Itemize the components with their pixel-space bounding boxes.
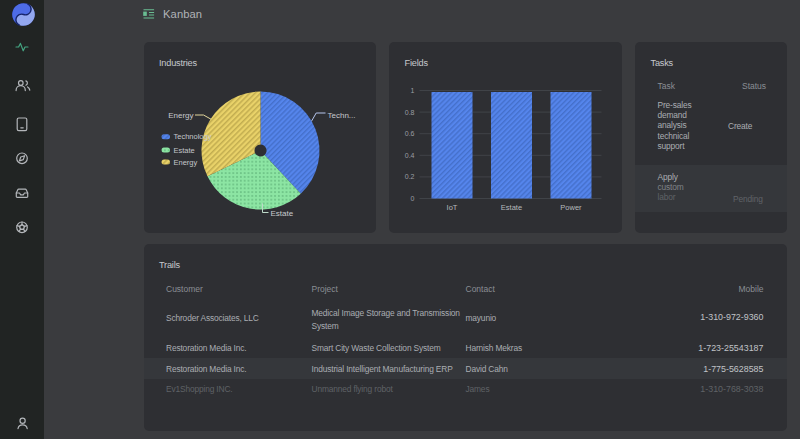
svg-text:IoT: IoT bbox=[447, 203, 458, 212]
svg-text:0.6: 0.6 bbox=[405, 130, 415, 137]
svg-text:0: 0 bbox=[411, 195, 415, 202]
svg-text:Energy: Energy bbox=[168, 111, 193, 120]
svg-text:Power: Power bbox=[560, 203, 582, 212]
svg-text:Estate: Estate bbox=[270, 208, 293, 217]
svg-text:Techn...: Techn... bbox=[327, 110, 355, 119]
svg-text:Energy: Energy bbox=[173, 157, 197, 166]
svg-text:0.8: 0.8 bbox=[405, 108, 415, 115]
svg-text:0.2: 0.2 bbox=[405, 173, 415, 180]
svg-text:Estate: Estate bbox=[501, 203, 522, 212]
svg-text:Estate: Estate bbox=[173, 145, 194, 154]
svg-text:0.4: 0.4 bbox=[405, 151, 415, 158]
svg-text:1: 1 bbox=[411, 87, 415, 94]
svg-text:Technology: Technology bbox=[173, 132, 211, 141]
